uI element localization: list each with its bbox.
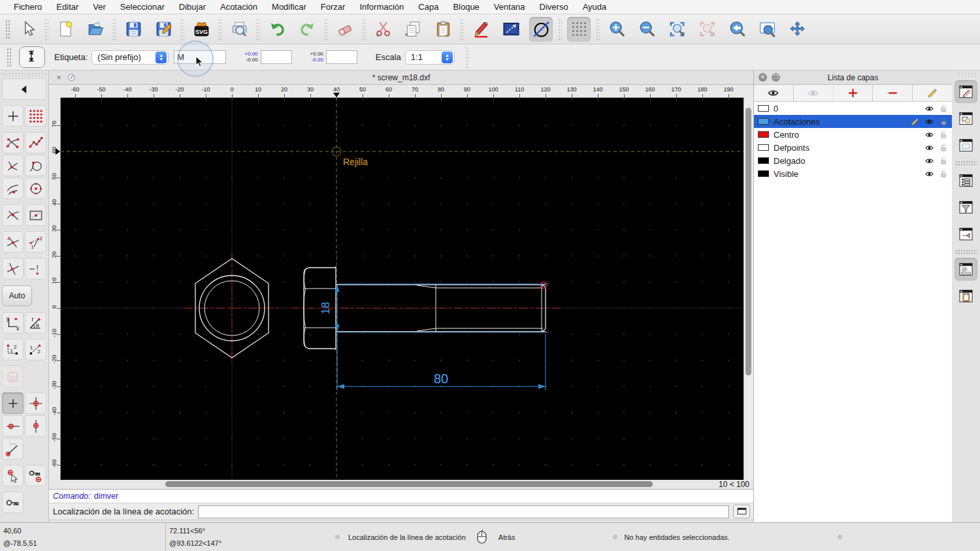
toolbar-drag-handle[interactable] — [1, 72, 47, 76]
tolerance-lower-input[interactable] — [326, 50, 357, 64]
layer-visibility-eye-icon[interactable] — [924, 156, 934, 166]
snap-distance-button[interactable] — [25, 204, 46, 226]
zoom-pan-button[interactable] — [785, 17, 809, 42]
dock-layers-toggle-button[interactable] — [955, 80, 977, 103]
rel-polar-button[interactable]: 12 — [25, 339, 46, 360]
snap-endpoint-button[interactable] — [2, 132, 24, 153]
menu-item-seleccionar[interactable]: Seleccionar — [113, 2, 172, 12]
menu-item-diverso[interactable]: Diverso — [532, 2, 576, 12]
add-layer-button[interactable] — [834, 85, 874, 101]
tolerance-upper-input[interactable] — [261, 50, 292, 64]
show-all-eye-button[interactable] — [754, 85, 794, 101]
snap-auto-button[interactable]: Auto — [2, 285, 32, 306]
undo-button[interactable] — [265, 17, 289, 42]
dock-library-toggle-button[interactable] — [955, 134, 977, 157]
svg-export-button[interactable]: SVG — [189, 17, 213, 42]
snap-intersection-manual-button[interactable]: 12 — [25, 231, 46, 253]
hide-all-eye-button[interactable] — [794, 85, 834, 101]
back-arrow-button[interactable] — [2, 78, 46, 100]
snap-free-button[interactable] — [2, 105, 24, 127]
command-input[interactable] — [198, 505, 729, 518]
redo-button[interactable] — [295, 17, 319, 42]
layer-visibility-eye-icon[interactable] — [924, 130, 934, 140]
menu-item-capa[interactable]: Capa — [411, 2, 446, 12]
angle-snap-button[interactable] — [2, 438, 24, 460]
open-file-button[interactable] — [84, 17, 107, 42]
remove-layer-button[interactable] — [873, 85, 913, 101]
restrict-orthogonal-button[interactable] — [25, 392, 46, 414]
dock-properties-toggle-button[interactable] — [955, 223, 977, 245]
menu-item-ver[interactable]: Ver — [86, 2, 113, 12]
menu-item-dibujar[interactable]: Dibujar — [172, 2, 213, 12]
layer-lock-icon[interactable] — [939, 130, 949, 140]
zoom-window-button[interactable] — [755, 17, 779, 42]
cursor-arrow-button[interactable] — [16, 17, 39, 42]
layer-visibility-eye-icon[interactable] — [924, 104, 934, 114]
delete-eraser-button[interactable] — [333, 17, 357, 42]
zoom-in-button[interactable] — [605, 17, 629, 42]
layer-lock-icon[interactable] — [939, 104, 949, 114]
layer-row[interactable]: Visible — [754, 167, 952, 180]
new-file-button[interactable] — [54, 17, 77, 42]
prefix-select[interactable]: (Sin prefijo) ▲▼ — [91, 50, 169, 65]
menu-item-ayuda[interactable]: Ayuda — [576, 2, 614, 12]
copy-button[interactable] — [401, 17, 425, 42]
pen-attributes-button[interactable] — [469, 17, 493, 42]
dimension-vertical-tool-button[interactable] — [19, 46, 45, 68]
restrict-horizontal-button[interactable] — [2, 415, 24, 437]
restrict-vertical-button[interactable] — [25, 415, 46, 437]
draft-mode-button[interactable] — [529, 17, 553, 42]
vertical-scrollbar[interactable] — [743, 98, 753, 480]
layer-row[interactable]: 0 — [754, 102, 952, 115]
layer-lock-icon[interactable] — [939, 156, 949, 166]
dimension-label-input[interactable] — [174, 50, 226, 64]
dock-entity-list-toggle-button[interactable] — [955, 169, 977, 192]
select-entity-button[interactable] — [2, 366, 24, 387]
horizontal-scrollbar-thumb[interactable] — [165, 481, 653, 487]
zoom-previous-button[interactable] — [725, 17, 749, 42]
snap-grid-button[interactable] — [25, 105, 46, 127]
menu-item-bloque[interactable]: Bloque — [446, 2, 486, 12]
snap-on-entity-button[interactable] — [25, 132, 46, 153]
edit-layer-button[interactable] — [913, 85, 952, 101]
layer-visibility-eye-icon[interactable] — [924, 117, 934, 127]
command-window-toggle-button[interactable] — [733, 505, 750, 518]
restrict-free-button[interactable] — [2, 392, 24, 414]
snap-middle-button[interactable] — [2, 204, 24, 226]
toggle-relative-zero-lock-button[interactable] — [2, 492, 24, 513]
zoom-auto-button[interactable] — [665, 17, 689, 42]
snap-tangent-button[interactable] — [25, 155, 46, 176]
menu-item-forzar[interactable]: Forzar — [314, 2, 353, 12]
dock-blocks-toggle-button[interactable] — [955, 107, 977, 130]
dock-clipboard-toggle-button[interactable] — [955, 285, 977, 307]
snap-nearest-button[interactable] — [2, 178, 24, 199]
drawing-canvas[interactable]: Rejilla — [61, 98, 743, 480]
save-file-button[interactable] — [122, 17, 145, 42]
print-preview-button[interactable] — [227, 17, 251, 42]
snap-perpendicular-button[interactable] — [2, 155, 24, 176]
paste-button[interactable] — [431, 17, 455, 42]
snap-warning-button[interactable]: ! — [25, 258, 46, 279]
dock-command-line-toggle-button[interactable] — [955, 258, 977, 281]
layer-visibility-eye-icon[interactable] — [924, 143, 934, 153]
set-relative-zero-button[interactable] — [25, 465, 46, 486]
coord-cartesian-button[interactable]: yx — [2, 312, 24, 334]
layer-lock-icon[interactable] — [939, 169, 949, 179]
snap-intersection-button[interactable] — [2, 231, 24, 253]
layer-row[interactable]: Delgado — [754, 154, 952, 167]
zoom-select-button[interactable] — [695, 17, 719, 42]
layer-row[interactable]: Centro — [754, 128, 952, 141]
scale-select[interactable]: 1:1 ▲▼ — [405, 50, 455, 65]
dock-filter-toggle-button[interactable] — [955, 196, 977, 219]
snap-center-button[interactable] — [25, 178, 46, 199]
rel-cartesian-button[interactable]: 12 — [2, 339, 24, 360]
toolbar-drag-handle[interactable] — [957, 72, 975, 76]
toolbar-drag-handle[interactable] — [7, 48, 11, 67]
horizontal-scrollbar[interactable] — [61, 480, 665, 489]
menu-item-modificar[interactable]: Modificar — [265, 2, 314, 12]
layer-row[interactable]: Defpoints — [754, 141, 952, 154]
layer-lock-icon[interactable] — [939, 117, 949, 127]
layer-lock-icon[interactable] — [939, 143, 949, 153]
vertical-scrollbar-thumb[interactable] — [745, 108, 751, 375]
coord-polar-button[interactable]: ra — [25, 312, 46, 334]
